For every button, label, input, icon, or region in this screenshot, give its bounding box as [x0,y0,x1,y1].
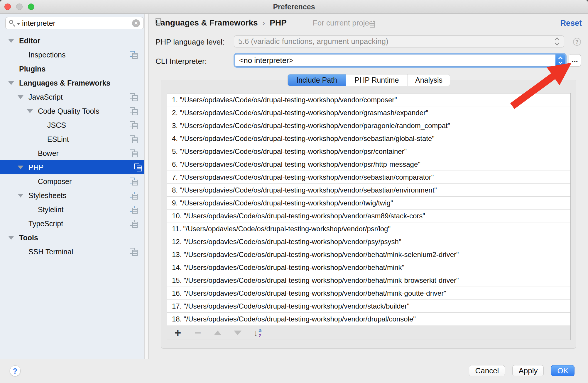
include-path-row[interactable]: 8. "/Users/opdavies/Code/os/drupal-testi… [167,184,570,197]
scope-indicator: For current project [302,18,375,28]
clear-search-icon[interactable]: ✕ [132,19,140,27]
include-path-row[interactable]: 2. "/Users/opdavies/Code/os/drupal-testi… [167,106,570,119]
add-icon[interactable]: + [173,327,183,339]
include-path-row[interactable]: 14. "/Users/opdavies/Code/os/drupal-test… [167,261,570,274]
window-title: Preferences [0,0,588,14]
footer-buttons: CancelApplyOK [469,365,575,376]
sidebar-item-label: Code Quality Tools [38,104,99,118]
include-path-row[interactable]: 4. "/Users/opdavies/Code/os/drupal-testi… [167,132,570,145]
chevron-down-icon[interactable] [8,81,14,85]
ok-button[interactable]: OK [551,365,575,376]
help-icon[interactable]: ? [573,38,581,46]
copy-icon [130,107,138,115]
language-level-value: 5.6 (variadic functions, argument unpack… [238,37,555,46]
sidebar-item-label: ESLint [47,132,69,146]
sidebar-item-languages-frameworks[interactable]: Languages & Frameworks [0,76,144,90]
settings-search-field[interactable]: ✕ [5,17,144,29]
chevron-down-icon[interactable] [18,166,23,169]
list-toolbar: +−↓az [167,326,571,340]
include-path-row[interactable]: 12. "/Users/opdavies/Code/os/drupal-test… [167,235,570,248]
copy-icon [302,19,310,27]
settings-tree: EditorInspectionsPluginsLanguages & Fram… [0,34,144,259]
sidebar-item-editor[interactable]: Editor [0,34,144,48]
sidebar-item-label: Languages & Frameworks [19,76,110,90]
sidebar-item-code-quality-tools[interactable]: Code Quality Tools [0,104,144,118]
copy-icon [130,220,138,228]
sidebar-item-stylelint[interactable]: Stylelint [0,202,144,217]
search-input[interactable] [22,19,132,28]
include-path-row[interactable]: 17. "/Users/opdavies/Code/os/drupal-test… [167,300,570,313]
copy-icon [130,121,138,129]
sidebar-item-jscs[interactable]: JSCS [0,118,144,132]
copy-icon [130,51,138,59]
sidebar-item-label: JavaScript [28,90,63,104]
sidebar-item-label: Tools [19,231,38,245]
sidebar-item-tools[interactable]: Tools [0,231,144,245]
include-path-row[interactable]: 1. "/Users/opdavies/Code/os/drupal-testi… [167,93,570,106]
include-path-row[interactable]: 18. "/Users/opdavies/Code/os/drupal-test… [167,313,570,326]
titlebar: Preferences [0,0,588,14]
breadcrumb-languages-frameworks[interactable]: Languages & Frameworks [156,18,258,28]
cancel-button[interactable]: Cancel [469,365,505,376]
help-button[interactable]: ? [10,365,21,376]
footer-bar: ? CancelApplyOK [0,359,588,383]
sidebar-item-label: Bower [38,146,59,160]
chevron-down-icon[interactable] [8,236,14,240]
include-path-row[interactable]: 10. "/Users/opdavies/Code/os/drupal-test… [167,210,570,222]
tab-php-runtime[interactable]: PHP Runtime [346,74,408,86]
chevron-down-icon[interactable] [18,95,23,99]
chevron-down-icon[interactable] [27,109,33,113]
include-path-row[interactable]: 15. "/Users/opdavies/Code/os/drupal-test… [167,274,570,287]
chevron-down-icon[interactable] [8,39,14,43]
copy-icon [130,248,138,256]
include-path-row[interactable]: 11. "/Users/opdavies/Code/os/drupal-test… [167,222,570,235]
include-path-row[interactable]: 13. "/Users/opdavies/Code/os/drupal-test… [167,248,570,261]
cli-interpreter-select[interactable]: <no interpreter> [235,54,565,67]
sidebar-item-label: TypeScript [28,217,63,231]
include-path-row[interactable]: 5. "/Users/opdavies/Code/os/drupal-testi… [167,145,570,158]
search-icon [9,20,16,26]
sidebar-item-php[interactable]: PHP [0,160,148,174]
include-path-row[interactable]: 9. "/Users/opdavies/Code/os/drupal-testi… [167,197,570,210]
copy-icon [130,149,138,157]
breadcrumb-php: PHP [270,18,287,28]
language-level-select[interactable]: 5.6 (variadic functions, argument unpack… [234,35,564,47]
reset-link[interactable]: Reset [560,19,582,28]
copy-icon [130,192,138,200]
include-path-row[interactable]: 6. "/Users/opdavies/Code/os/drupal-testi… [167,158,570,171]
settings-sidebar: ✕ EditorInspectionsPluginsLanguages & Fr… [0,14,149,359]
apply-button[interactable]: Apply [512,365,544,376]
browse-interpreters-button[interactable]: ... [569,54,581,67]
search-options-chevron-icon[interactable] [17,23,20,25]
sidebar-item-label: Editor [19,34,40,48]
select-spinner-icon [555,38,559,45]
sidebar-item-label: Composer [38,174,72,188]
move-down-icon[interactable] [233,327,243,339]
sidebar-item-composer[interactable]: Composer [0,174,144,188]
chevron-down-icon[interactable] [18,194,23,198]
tab-analysis[interactable]: Analysis [408,74,450,86]
sort-alpha-icon[interactable]: ↓az [253,327,263,339]
sidebar-item-eslint[interactable]: ESLint [0,132,144,146]
copy-icon [130,206,138,214]
sidebar-item-label: JSCS [47,118,66,132]
breadcrumb-separator-icon: › [263,18,265,28]
sidebar-item-plugins[interactable]: Plugins [0,62,144,76]
copy-icon [130,93,138,101]
sidebar-item-inspections[interactable]: Inspections [0,48,144,62]
sidebar-item-ssh-terminal[interactable]: SSH Terminal [0,245,144,259]
include-path-row[interactable]: 7. "/Users/opdavies/Code/os/drupal-testi… [167,171,570,184]
sidebar-item-typescript[interactable]: TypeScript [0,217,144,231]
remove-icon[interactable]: − [193,327,203,339]
include-path-row[interactable]: 16. "/Users/opdavies/Code/os/drupal-test… [167,287,570,300]
select-spinner-icon[interactable] [555,55,565,66]
sidebar-scrollbar[interactable] [144,14,148,359]
include-path-row[interactable]: 3. "/Users/opdavies/Code/os/drupal-testi… [167,119,570,132]
sidebar-item-javascript[interactable]: JavaScript [0,90,144,104]
tab-include-path[interactable]: Include Path [288,74,346,86]
move-up-icon[interactable] [213,327,223,339]
cli-interpreter-value: <no interpreter> [239,56,555,65]
sidebar-item-stylesheets[interactable]: Stylesheets [0,188,144,202]
sidebar-item-label: Stylesheets [28,188,66,202]
sidebar-item-bower[interactable]: Bower [0,146,144,160]
